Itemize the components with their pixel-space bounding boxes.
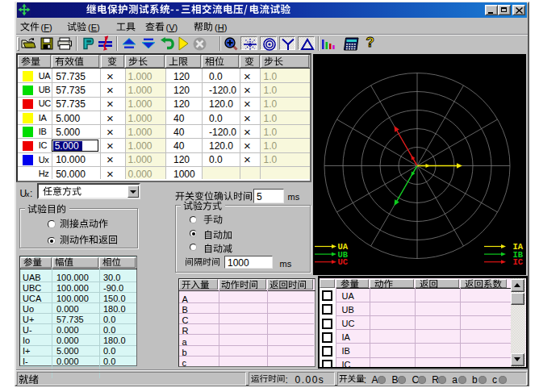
svg-text:UC: UC [338,257,349,267]
svg-text:IC: IC [513,257,524,267]
